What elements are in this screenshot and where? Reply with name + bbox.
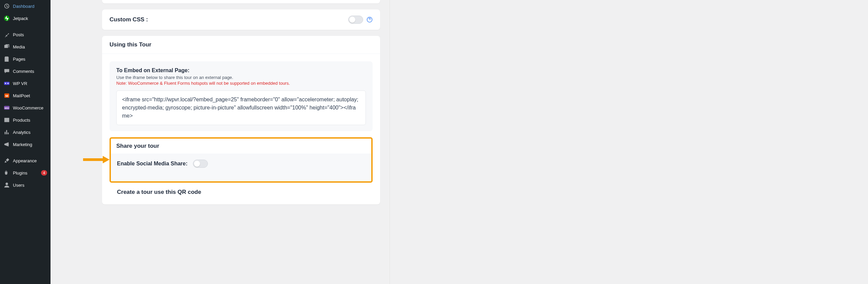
- sidebar-item-label: Plugins: [13, 170, 37, 176]
- sidebar-item-label: Appearance: [13, 158, 47, 163]
- sidebar-item-wpvr[interactable]: WP VR: [0, 77, 51, 89]
- pages-icon: [3, 56, 10, 62]
- using-tour-heading: Using this Tour: [102, 36, 380, 54]
- sidebar-item-label: Users: [13, 183, 47, 188]
- card-stub: [102, 0, 380, 3]
- marketing-icon: [3, 141, 10, 148]
- sidebar-item-analytics[interactable]: Analytics: [0, 126, 51, 138]
- share-tour-heading: Share your tour: [111, 139, 371, 154]
- media-icon: [3, 43, 10, 50]
- dashboard-icon: [3, 3, 10, 9]
- sidebar-item-label: Comments: [13, 69, 47, 74]
- sidebar-item-posts[interactable]: Posts: [0, 28, 51, 41]
- sidebar-item-label: Products: [13, 118, 47, 123]
- custom-css-card: Custom CSS :: [102, 9, 380, 30]
- sidebar-item-label: Marketing: [13, 142, 47, 147]
- arrow-icon: [83, 156, 110, 163]
- sidebar-item-label: WooCommerce: [13, 105, 47, 110]
- sidebar-item-plugins[interactable]: Plugins 4: [0, 167, 51, 179]
- using-tour-card: Using this Tour To Embed on External Pag…: [102, 36, 380, 204]
- sidebar-item-mailpoet[interactable]: M MailPoet: [0, 89, 51, 102]
- sidebar-item-pages[interactable]: Pages: [0, 53, 51, 65]
- sidebar-item-appearance[interactable]: Appearance: [0, 155, 51, 167]
- analytics-icon: [3, 129, 10, 136]
- right-panel: [390, 0, 868, 284]
- embed-panel: To Embed on External Page: Use the ifram…: [110, 61, 373, 131]
- share-tour-card: Share your tour Enable Social Media Shar…: [110, 137, 373, 183]
- comments-icon: [3, 68, 10, 75]
- custom-css-toggle[interactable]: [348, 16, 363, 24]
- sidebar-item-label: WP VR: [13, 81, 47, 86]
- iframe-code-box[interactable]: <iframe src="http://wpvr.local/?embed_pa…: [116, 90, 366, 125]
- sidebar-item-users[interactable]: Users: [0, 179, 51, 191]
- sidebar-item-label: Analytics: [13, 130, 47, 135]
- sidebar-item-dashboard[interactable]: Dashboard: [0, 0, 51, 12]
- sidebar-item-label: Jetpack: [13, 16, 47, 21]
- sidebar-item-label: Dashboard: [13, 4, 47, 9]
- svg-text:woo: woo: [4, 107, 9, 109]
- qr-heading: Create a tour use this QR code: [110, 183, 373, 197]
- svg-point-3: [7, 83, 9, 84]
- appearance-icon: [3, 157, 10, 164]
- embed-note: Note: WooCommerce & Fluent Forms hotspot…: [116, 81, 366, 86]
- embed-title: To Embed on External Page:: [116, 67, 366, 74]
- vr-icon: [3, 80, 10, 87]
- sidebar-item-jetpack[interactable]: Jetpack: [0, 12, 51, 24]
- svg-point-8: [5, 183, 8, 185]
- share-toggle-label: Enable Social Media Share:: [117, 161, 188, 167]
- sidebar-item-marketing[interactable]: Marketing: [0, 138, 51, 150]
- sidebar-item-products[interactable]: Products: [0, 114, 51, 126]
- main-content: Custom CSS : Using this Tour To Embed on…: [51, 0, 868, 284]
- sidebar-item-label: Posts: [13, 32, 47, 37]
- sidebar-item-label: MailPoet: [13, 93, 47, 98]
- users-icon: [3, 182, 10, 188]
- woocommerce-icon: woo: [3, 104, 10, 111]
- custom-css-label: Custom CSS :: [110, 16, 148, 23]
- pin-icon: [3, 31, 10, 38]
- svg-rect-1: [4, 82, 9, 85]
- products-icon: [3, 117, 10, 123]
- social-share-toggle[interactable]: [193, 160, 208, 168]
- svg-point-2: [5, 83, 6, 84]
- embed-subtitle: Use the iframe below to share this tour …: [116, 75, 366, 80]
- mailpoet-icon: M: [3, 92, 10, 99]
- jetpack-icon: [3, 15, 10, 22]
- sidebar-item-label: Media: [13, 44, 47, 49]
- sidebar-item-media[interactable]: Media: [0, 41, 51, 53]
- admin-sidebar: Dashboard Jetpack Posts Media Pages Comm…: [0, 0, 51, 284]
- help-icon[interactable]: [367, 17, 373, 23]
- plugins-icon: [3, 169, 10, 176]
- sidebar-item-woocommerce[interactable]: woo WooCommerce: [0, 102, 51, 114]
- svg-text:M: M: [5, 94, 8, 98]
- sidebar-item-label: Pages: [13, 57, 47, 62]
- update-badge: 4: [41, 170, 47, 176]
- svg-marker-11: [103, 156, 110, 163]
- sidebar-item-comments[interactable]: Comments: [0, 65, 51, 77]
